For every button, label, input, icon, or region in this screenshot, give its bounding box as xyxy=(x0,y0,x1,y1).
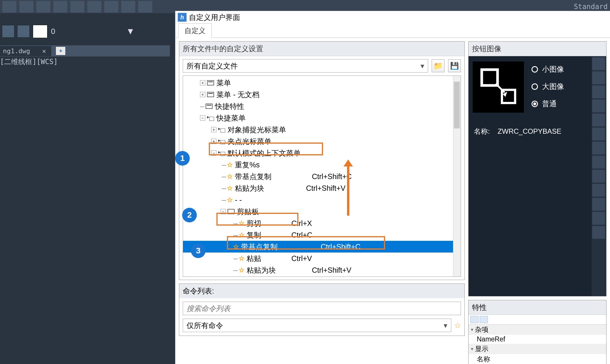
tree-node-default-context-menu[interactable]: −默认模式的上下文菜单 xyxy=(183,147,461,159)
tree-node-copybase[interactable]: —★带基点复制Ctrl+Shift+C xyxy=(183,171,461,182)
toolbar-icon[interactable] xyxy=(36,1,50,13)
tree-node-pasteblock2[interactable]: —★粘贴为块Ctrl+Shift+V xyxy=(183,264,461,276)
tree-node-separator[interactable]: —★- - xyxy=(183,194,461,206)
save-cui-file-button[interactable]: 💾 xyxy=(448,59,461,72)
tab-customize[interactable]: 自定义 xyxy=(178,23,212,38)
cui-file-selector[interactable]: 所有自定义文件 xyxy=(183,59,428,73)
layer-dropdown-arrow[interactable]: ▼ xyxy=(126,26,135,36)
tool-icon[interactable] xyxy=(592,99,605,112)
tree-dash-icon: — xyxy=(222,196,226,204)
favorite-star-icon[interactable]: ☆ xyxy=(454,321,461,330)
tree-node-pasteblock[interactable]: —★粘贴为块Ctrl+Shift+V xyxy=(183,182,461,194)
current-layer-color[interactable] xyxy=(33,25,47,38)
expander-icon[interactable]: − xyxy=(211,150,216,156)
tree-dash-icon: — xyxy=(200,102,204,111)
tool-icon[interactable] xyxy=(592,198,605,211)
tool-icon[interactable] xyxy=(592,226,605,239)
toolbar-icon[interactable] xyxy=(2,1,16,13)
expander-icon[interactable]: + xyxy=(211,139,216,144)
svg-rect-0 xyxy=(482,70,498,85)
tree-node-grip-menu[interactable]: +夹点光标菜单 xyxy=(183,135,461,147)
tool-icon[interactable] xyxy=(592,142,605,154)
tree-node-clipboard[interactable]: −剪贴板 xyxy=(183,206,461,217)
radio-large-image[interactable]: 大图像 xyxy=(532,82,564,91)
toolbar-icon[interactable] xyxy=(87,1,101,13)
command-filter-selector[interactable]: 仅所有命令 xyxy=(183,319,451,332)
tree-node-cut[interactable]: —★剪切Ctrl+X xyxy=(183,217,461,229)
expander-icon[interactable]: + xyxy=(200,92,205,97)
tree-node-pasteorig[interactable]: —★粘贴到原坐标 xyxy=(183,276,461,277)
image-name-label: 名称: xyxy=(474,127,490,135)
expander-icon[interactable]: − xyxy=(200,115,205,121)
radio-normal-image[interactable]: 普通 xyxy=(532,99,564,109)
props-sort-button[interactable] xyxy=(470,316,479,323)
tool-icon[interactable] xyxy=(592,170,605,183)
radio-label: 小图像 xyxy=(542,64,564,74)
tree-node-osnap-menu[interactable]: +对象捕捉光标菜单 xyxy=(183,124,461,135)
tree-node-menu[interactable]: +菜单 xyxy=(183,77,461,89)
caret-down-icon: ▾ xyxy=(471,327,473,332)
tree-node-quick-props[interactable]: —快捷特性 xyxy=(183,100,461,112)
button-image-header: 按钮图像 xyxy=(469,42,606,56)
tool-icon[interactable] xyxy=(592,85,605,98)
tool-icon[interactable] xyxy=(592,57,605,70)
cui-window: h 自定义用户界面 自定义 所有文件中的自定义设置 所有自定义文件 📁 xyxy=(175,11,610,364)
prop-label: 名称 xyxy=(477,355,490,364)
drawing-tab[interactable]: ng1.dwg ✕ xyxy=(0,46,51,56)
layer-tool-icon[interactable] xyxy=(18,25,29,37)
prop-category-display[interactable]: ▾显示 xyxy=(469,344,606,354)
new-tab-button[interactable]: + xyxy=(56,47,65,55)
current-layer-name: 0 xyxy=(51,27,55,36)
prop-row-nameref[interactable]: NameRef xyxy=(469,335,606,344)
scrollbar-thumb[interactable] xyxy=(454,82,460,128)
toolbar-icon[interactable] xyxy=(121,1,135,13)
shortcut-label: Ctrl+V xyxy=(291,254,312,263)
expander-icon[interactable]: + xyxy=(211,127,216,132)
toolbar-icon[interactable] xyxy=(70,1,84,13)
customization-tree[interactable]: +菜单 +菜单 - 无文档 —快捷特性 −快捷菜单 +对象捕捉光标菜单 +夹点光… xyxy=(183,75,461,277)
prop-category-label: 显示 xyxy=(475,344,488,353)
tree-dash-icon: — xyxy=(233,231,238,239)
tree-node-repeat[interactable]: —★重复%s xyxy=(183,159,461,171)
caret-down-icon: ▾ xyxy=(471,346,473,352)
layer-toolbar: 0 ▼ xyxy=(0,21,170,42)
expander-icon[interactable]: − xyxy=(221,209,226,214)
tool-icon[interactable] xyxy=(592,128,605,140)
tool-icon[interactable] xyxy=(592,184,605,197)
properties-icon xyxy=(206,104,213,109)
tree-node-paste[interactable]: —★粘贴Ctrl+V xyxy=(183,253,461,264)
radio-small-image[interactable]: 小图像 xyxy=(532,64,564,74)
toolbar-icon[interactable] xyxy=(19,1,33,13)
shortcut-label: Ctrl+C xyxy=(291,231,312,239)
tree-scrollbar[interactable] xyxy=(453,76,461,277)
tool-icon[interactable] xyxy=(592,71,605,84)
close-tab-icon[interactable]: ✕ xyxy=(42,47,46,55)
tree-node-copy[interactable]: —★复制Ctrl+C xyxy=(183,229,461,241)
tool-icon[interactable] xyxy=(592,212,605,225)
tree-node-menu-nodoc[interactable]: +菜单 - 无文档 xyxy=(183,89,461,100)
prop-category-misc[interactable]: ▾杂项 xyxy=(469,324,606,335)
copybase-icon xyxy=(476,65,520,109)
tree-node-shortcut-menu[interactable]: −快捷菜单 xyxy=(183,112,461,124)
prop-row-name[interactable]: 名称 xyxy=(469,354,606,364)
image-edit-toolstrip xyxy=(592,56,606,296)
props-sort-button[interactable] xyxy=(480,316,488,323)
tool-icon[interactable] xyxy=(592,114,605,126)
command-search-input[interactable] xyxy=(183,302,461,315)
toolbar-icon[interactable] xyxy=(138,1,152,13)
radio-label: 大图像 xyxy=(542,82,564,91)
star-icon: ★ xyxy=(239,231,244,238)
expander-icon[interactable]: + xyxy=(200,80,205,85)
tree-node-copybase-selected[interactable]: ★带基点复制Ctrl+Shift+C xyxy=(183,241,461,253)
toolbar-icon[interactable] xyxy=(53,1,67,13)
tree-dash-icon: — xyxy=(222,172,226,181)
annotation-badge-3: 3 xyxy=(191,243,206,258)
toolbar-icon[interactable] xyxy=(104,1,118,13)
image-name-row: 名称: ZWRC_COPYBASE xyxy=(474,127,602,136)
button-image-panel: 按钮图像 小图像 大图像 xyxy=(468,41,606,296)
layer-tool-icon[interactable] xyxy=(2,25,14,37)
shortcut-menu-icon xyxy=(218,138,225,144)
viewport-label: [二维线框][WCS] xyxy=(0,57,58,66)
open-cui-file-button[interactable]: 📁 xyxy=(432,59,445,72)
tool-icon[interactable] xyxy=(592,156,605,169)
